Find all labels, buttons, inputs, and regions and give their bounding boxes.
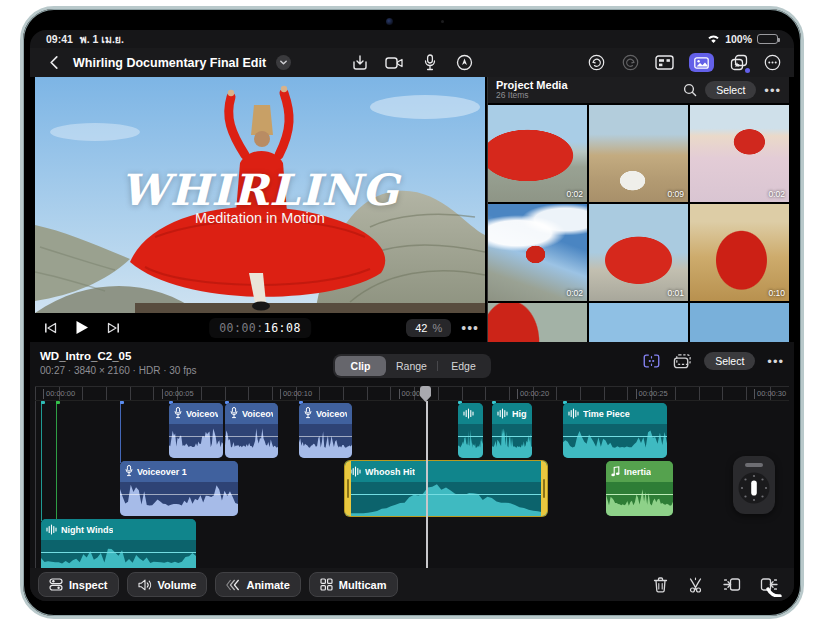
clip-header: Voiceover 2 — [169, 403, 223, 424]
media-thumbnail-7[interactable] — [488, 303, 587, 342]
jog-wheel-handle[interactable] — [745, 463, 763, 467]
tool-button-label: Volume — [158, 579, 197, 591]
animate-button[interactable]: Animate — [215, 572, 300, 597]
delete-clip-button[interactable] — [653, 577, 668, 593]
project-media-panel: Project Media 26 Items Select ••• 0:020:… — [487, 77, 789, 342]
volume-button[interactable]: Volume — [127, 572, 208, 597]
overlay-clips-icon[interactable] — [673, 353, 692, 370]
play-button[interactable] — [75, 320, 89, 335]
multicam-icon — [320, 578, 333, 591]
effects-button[interactable] — [729, 54, 748, 71]
wave-icon — [463, 405, 474, 423]
jog-wheel[interactable] — [733, 456, 775, 514]
clip-label: Night Winds — [61, 525, 113, 535]
viewer-zoom-control[interactable]: 42% — [406, 319, 451, 337]
clip-waveform — [563, 424, 667, 458]
timeline-ruler[interactable]: 00:00:0000:00:0500:00:1000:00:1500:00:20… — [35, 386, 789, 401]
segment-range[interactable]: Range — [386, 356, 437, 376]
front-camera — [386, 18, 393, 25]
insert-clip-button[interactable] — [723, 577, 741, 592]
tool-button-label: Inspect — [69, 579, 108, 591]
mic-icon — [174, 405, 182, 423]
record-voiceover-button[interactable] — [420, 54, 439, 71]
skip-forward-button[interactable] — [107, 322, 120, 334]
media-thumbnail-6[interactable]: 0:10 — [690, 204, 789, 301]
inspector-button[interactable] — [655, 54, 674, 71]
timeline-header: WD_Intro_C2_05 00:27 · 3840 × 2160 · HDR… — [30, 342, 794, 386]
volume-line[interactable] — [225, 436, 278, 437]
clip-header: Whoosh Hit — [345, 461, 547, 482]
clip-connection-marker — [41, 401, 45, 404]
trim-handle-left[interactable] — [345, 461, 351, 516]
media-more-button[interactable]: ••• — [764, 83, 781, 98]
media-thumbnail-1[interactable]: 0:02 — [488, 105, 587, 202]
timeline-more-button[interactable]: ••• — [767, 354, 784, 369]
viewer-more-button[interactable]: ••• — [461, 320, 479, 336]
timeline-clip-whoosh-hit[interactable]: Whoosh Hit — [345, 461, 547, 516]
skip-back-button[interactable] — [44, 322, 57, 334]
timeline-tracks[interactable]: Voiceover 2Voiceover 2Voiceover 3…High…T… — [35, 401, 789, 568]
timeline-clip-inertia[interactable]: Inertia — [606, 461, 673, 516]
multicam-button[interactable]: Multicam — [309, 572, 398, 597]
clip-label: Time Piece — [583, 409, 630, 419]
media-thumbnail-9[interactable] — [690, 303, 789, 342]
volume-line[interactable] — [458, 436, 483, 437]
timeline-clip-voiceover-3[interactable]: Voiceover 3 — [299, 403, 352, 458]
zoom-value: 42 — [415, 322, 427, 334]
volume-line[interactable] — [299, 436, 352, 437]
clip-waveform — [120, 482, 238, 516]
snapping-toggle-icon[interactable] — [642, 353, 661, 370]
import-button[interactable] — [350, 54, 369, 71]
redo-button[interactable] — [621, 54, 640, 71]
timeline-select-button[interactable]: Select — [704, 352, 755, 370]
media-item-count: 26 Items — [496, 91, 675, 100]
media-thumbnail-5[interactable]: 0:01 — [589, 204, 688, 301]
volume-line[interactable] — [492, 436, 532, 437]
video-viewer[interactable]: WHIRLING Meditation in Motion — [35, 77, 485, 313]
media-duration: 0:02 — [566, 189, 583, 199]
overwrite-clip-button[interactable] — [760, 577, 778, 592]
timeline-clip-time-piece[interactable]: Time Piece — [563, 403, 667, 458]
tool-button-label: Multicam — [339, 579, 387, 591]
timeline-clip-clip[interactable]: … — [458, 403, 483, 458]
back-button[interactable] — [44, 54, 63, 71]
undo-button[interactable] — [587, 54, 606, 71]
timeline-clip-voiceover-2[interactable]: Voiceover 2 — [169, 403, 223, 458]
trim-handle-right[interactable] — [541, 461, 547, 516]
playhead-handle[interactable] — [420, 386, 431, 402]
blade-split-button[interactable] — [687, 577, 704, 593]
project-title[interactable]: Whirling Documentary Final Edit — [73, 56, 266, 70]
timeline-clip-high[interactable]: High… — [492, 403, 532, 458]
volume-line[interactable] — [345, 494, 547, 495]
media-thumbnail-2[interactable]: 0:09 — [589, 105, 688, 202]
clip-waveform — [169, 424, 223, 458]
media-thumbnail-8[interactable] — [589, 303, 688, 342]
timeline-clip-voiceover-1[interactable]: Voiceover 1 — [120, 461, 238, 516]
volume-line[interactable] — [120, 494, 238, 495]
record-video-button[interactable] — [385, 54, 404, 71]
playhead-line[interactable] — [426, 401, 428, 568]
volume-line[interactable] — [563, 436, 667, 437]
pencil-tool-button[interactable] — [455, 54, 474, 71]
segment-clip[interactable]: Clip — [335, 356, 386, 376]
media-browser-button[interactable] — [689, 53, 714, 72]
media-thumbnail-3[interactable]: 0:02 — [690, 105, 789, 202]
timeline-clip-night-winds[interactable]: Night Winds — [41, 519, 196, 568]
volume-line[interactable] — [606, 494, 673, 495]
wifi-icon — [707, 34, 720, 44]
timeline-clip-voiceover-2[interactable]: Voiceover 2 — [225, 403, 278, 458]
volume-line[interactable] — [41, 552, 196, 553]
search-icon[interactable] — [683, 83, 697, 97]
media-thumbnail-4[interactable]: 0:02 — [488, 204, 587, 301]
more-button[interactable] — [763, 54, 782, 71]
volume-line[interactable] — [169, 436, 223, 437]
inspect-button[interactable]: Inspect — [38, 572, 119, 597]
edit-mode-segmented-control: ClipRangeEdge — [333, 354, 491, 378]
date: พ. 1 เม.ย. — [80, 31, 124, 48]
inspect-icon — [49, 578, 63, 591]
media-select-button[interactable]: Select — [705, 81, 756, 99]
segment-edge[interactable]: Edge — [438, 356, 489, 376]
jog-wheel-dial[interactable] — [737, 471, 771, 505]
project-menu-chevron-icon[interactable] — [276, 55, 291, 70]
timecode-display[interactable]: 00:00:16:08 — [209, 318, 311, 338]
